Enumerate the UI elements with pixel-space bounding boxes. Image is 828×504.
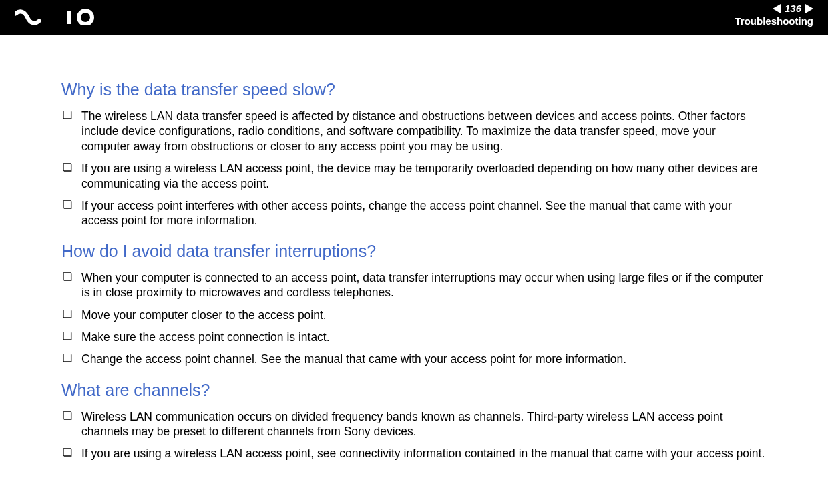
svg-point-2 bbox=[79, 11, 92, 24]
list-item: When your computer is connected to an ac… bbox=[61, 270, 767, 300]
question-heading: How do I avoid data transfer interruptio… bbox=[61, 242, 767, 261]
list-item: If your access point interferes with oth… bbox=[61, 198, 767, 228]
vaio-logo bbox=[15, 9, 101, 25]
list-item: Make sure the access point connection is… bbox=[61, 330, 767, 344]
list-item: Change the access point channel. See the… bbox=[61, 352, 767, 366]
list-item: The wireless LAN data transfer speed is … bbox=[61, 109, 767, 154]
list-item: If you are using a wireless LAN access p… bbox=[61, 446, 767, 461]
answer-list: Wireless LAN communication occurs on div… bbox=[61, 409, 767, 461]
answer-list: The wireless LAN data transfer speed is … bbox=[61, 109, 767, 228]
svg-rect-1 bbox=[67, 11, 71, 24]
list-item: Wireless LAN communication occurs on div… bbox=[61, 409, 767, 439]
header-meta: 136 Troubleshooting bbox=[735, 3, 814, 27]
page-nav: 136 bbox=[735, 3, 814, 14]
next-page-arrow-icon[interactable] bbox=[805, 4, 813, 13]
section-label: Troubleshooting bbox=[735, 15, 814, 27]
list-item: If you are using a wireless LAN access p… bbox=[61, 161, 767, 191]
prev-page-arrow-icon[interactable] bbox=[773, 4, 781, 13]
page-content: Why is the data transfer speed slow? The… bbox=[0, 35, 828, 461]
answer-list: When your computer is connected to an ac… bbox=[61, 270, 767, 367]
question-heading: What are channels? bbox=[61, 381, 767, 400]
page-number: 136 bbox=[785, 3, 801, 14]
page-header: 136 Troubleshooting bbox=[0, 0, 828, 35]
question-heading: Why is the data transfer speed slow? bbox=[61, 80, 767, 99]
list-item: Move your computer closer to the access … bbox=[61, 308, 767, 322]
